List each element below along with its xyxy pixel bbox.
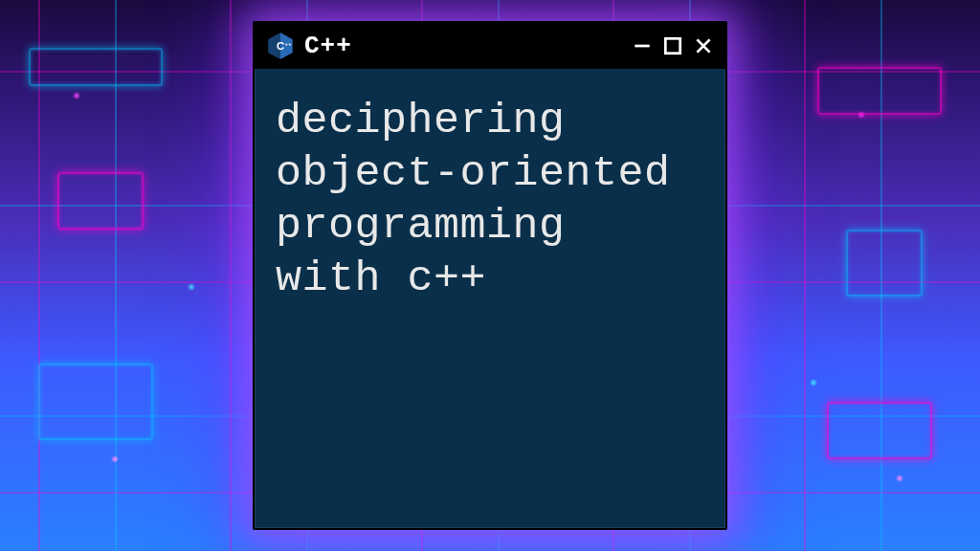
svg-text:C: C <box>277 40 284 52</box>
circuit-chip <box>57 172 144 230</box>
window-controls <box>632 35 714 56</box>
content-line: object-oriented <box>276 148 704 201</box>
svg-rect-7 <box>665 38 679 53</box>
content-line: deciphering <box>276 96 704 148</box>
content-line: programming <box>276 201 704 253</box>
circuit-chip <box>38 364 153 440</box>
circuit-chip <box>817 67 942 115</box>
terminal-window: C + + C++ deciphering object-oriented pr… <box>253 21 727 530</box>
circuit-chip <box>827 402 932 459</box>
maximize-button[interactable] <box>662 35 683 56</box>
close-button[interactable] <box>693 35 714 56</box>
minimize-button[interactable] <box>632 35 653 56</box>
circuit-chip <box>846 230 923 297</box>
cpp-icon: C + + <box>266 32 295 60</box>
titlebar[interactable]: C + + C++ <box>255 23 725 69</box>
content-line: with c++ <box>276 253 704 306</box>
terminal-content: deciphering object-oriented programming … <box>255 69 725 528</box>
window-title: C++ <box>304 32 352 60</box>
circuit-chip <box>29 48 163 86</box>
